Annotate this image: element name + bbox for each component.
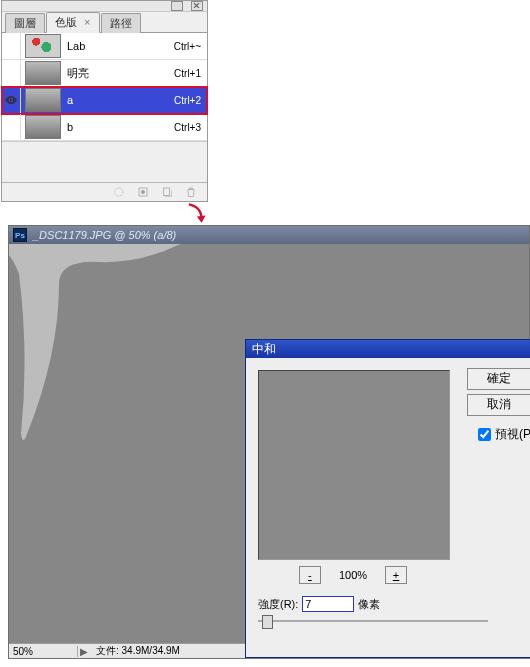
svg-point-1	[115, 188, 123, 196]
channel-name: 明亮	[65, 66, 174, 81]
strength-row: 強度(R): 像素	[258, 596, 518, 612]
close-icon[interactable]	[191, 1, 203, 11]
dialog-body: - 100% + 強度(R): 像素 確定 取消 預視(P	[246, 358, 530, 657]
app-icon: Ps	[13, 228, 27, 242]
channel-thumb	[25, 34, 61, 58]
channel-shortcut: Ctrl+1	[174, 68, 201, 79]
dialog-titlebar[interactable]: 中和	[246, 340, 530, 358]
strength-slider[interactable]	[258, 614, 488, 628]
save-selection-icon[interactable]	[137, 186, 149, 198]
file-info-label: 文件:	[96, 645, 119, 656]
preview-checkbox-row[interactable]: 預視(P	[478, 426, 530, 443]
svg-point-0	[10, 99, 12, 101]
file-info-value: 34.9M/34.9M	[122, 645, 180, 656]
channel-row-a[interactable]: a Ctrl+2	[2, 87, 207, 114]
tab-channels-label: 色版	[55, 16, 77, 28]
visibility-toggle[interactable]	[2, 114, 21, 140]
preview-checkbox[interactable]	[478, 428, 491, 441]
channel-row-lightness[interactable]: 明亮 Ctrl+1	[2, 60, 207, 87]
panel-footer	[2, 182, 207, 201]
visibility-toggle[interactable]	[2, 33, 21, 59]
visibility-toggle[interactable]	[2, 60, 21, 86]
document-title: _DSC1179.JPG @ 50% (a/8)	[33, 229, 176, 241]
tab-paths[interactable]: 路徑	[101, 13, 141, 33]
canvas-content	[9, 244, 199, 464]
channel-thumb	[25, 88, 61, 112]
channel-row-lab[interactable]: Lab Ctrl+~	[2, 33, 207, 60]
slider-thumb[interactable]	[262, 615, 273, 629]
ok-button[interactable]: 確定	[467, 368, 530, 390]
tab-close-x[interactable]: ×	[84, 16, 90, 28]
visibility-toggle[interactable]	[2, 87, 21, 113]
channel-thumb	[25, 115, 61, 139]
panel-tabs: 圖層 色版 × 路徑	[2, 12, 207, 33]
svg-point-3	[141, 190, 145, 194]
strength-unit: 像素	[358, 597, 380, 612]
document-titlebar[interactable]: Ps _DSC1179.JPG @ 50% (a/8)	[9, 226, 529, 244]
channel-shortcut: Ctrl+2	[174, 95, 201, 106]
dialog-zoom-row: - 100% +	[258, 566, 448, 584]
median-dialog: 中和 - 100% + 強度(R): 像素 確定 取消 預視(P	[245, 339, 530, 658]
channel-row-b[interactable]: b Ctrl+3	[2, 114, 207, 141]
channel-shortcut: Ctrl+~	[174, 41, 201, 52]
channels-panel: 圖層 色版 × 路徑 Lab Ctrl+~ 明亮 Ctrl+1 a Ctrl+2	[1, 0, 208, 202]
channel-shortcut: Ctrl+3	[174, 122, 201, 133]
tab-layers[interactable]: 圖層	[5, 13, 45, 33]
status-arrow-icon[interactable]: ▶	[78, 646, 90, 657]
eye-icon	[4, 93, 18, 107]
strength-label: 強度(R):	[258, 597, 298, 612]
channel-name: b	[65, 121, 174, 133]
zoom-percent: 100%	[339, 569, 367, 581]
channel-list: Lab Ctrl+~ 明亮 Ctrl+1 a Ctrl+2 b Ctrl+3	[2, 33, 207, 141]
panel-top-bar	[2, 1, 207, 12]
svg-rect-4	[164, 188, 170, 196]
strength-input[interactable]	[302, 596, 354, 612]
zoom-in-button[interactable]: +	[385, 566, 407, 584]
load-selection-icon[interactable]	[113, 186, 125, 198]
file-info: 文件: 34.9M/34.9M	[90, 644, 180, 658]
channel-name: Lab	[65, 40, 174, 52]
dialog-preview[interactable]	[258, 370, 450, 560]
preview-checkbox-label: 預視(P	[495, 426, 530, 443]
channel-name: a	[65, 94, 174, 106]
minimize-icon[interactable]	[171, 1, 183, 11]
new-channel-icon[interactable]	[161, 186, 173, 198]
dialog-buttons: 確定 取消 預視(P	[467, 368, 530, 443]
zoom-out-button[interactable]: -	[299, 566, 321, 584]
cancel-button[interactable]: 取消	[467, 394, 530, 416]
slider-track	[258, 620, 488, 622]
tab-channels[interactable]: 色版 ×	[46, 12, 100, 33]
channel-thumb	[25, 61, 61, 85]
zoom-field[interactable]: 50%	[9, 646, 78, 657]
callout-arrow-icon	[183, 202, 209, 226]
delete-channel-icon[interactable]	[185, 186, 197, 198]
panel-empty-area	[2, 141, 207, 182]
